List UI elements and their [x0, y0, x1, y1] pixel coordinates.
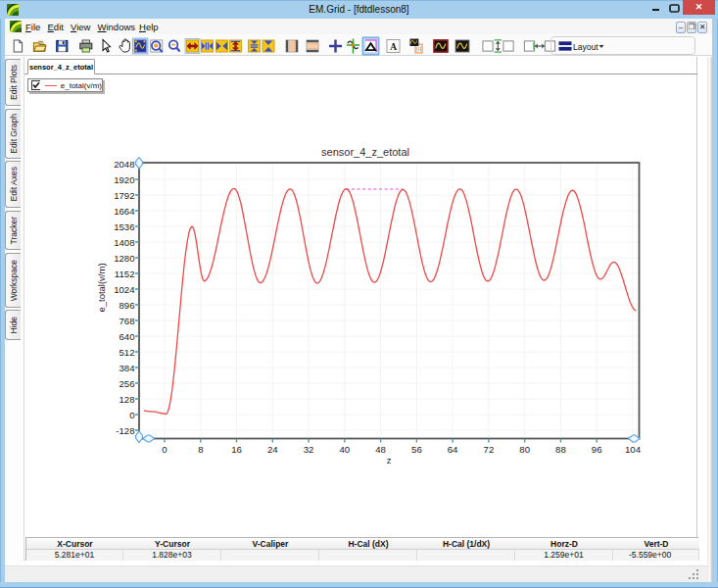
svg-text:768: 768	[119, 316, 134, 326]
svg-text:-128: -128	[116, 425, 134, 436]
svg-text:16: 16	[231, 444, 242, 455]
svg-text:0: 0	[129, 410, 134, 420]
svg-text:48: 48	[375, 444, 386, 455]
svg-text:2048: 2048	[114, 159, 134, 170]
svg-text:96: 96	[592, 444, 602, 455]
svg-text:8: 8	[198, 444, 203, 455]
svg-text:128: 128	[119, 394, 134, 405]
svg-text:1280: 1280	[114, 253, 134, 264]
svg-text:88: 88	[555, 444, 566, 455]
svg-text:sensor_4_z_etotal: sensor_4_z_etotal	[321, 146, 409, 158]
svg-text:1792: 1792	[114, 190, 134, 201]
svg-text:56: 56	[411, 444, 422, 455]
svg-text:Layout: Layout	[573, 42, 598, 52]
svg-text:512: 512	[119, 347, 134, 358]
svg-text:40: 40	[339, 444, 350, 455]
svg-text:1408: 1408	[114, 237, 134, 248]
svg-text:384: 384	[119, 363, 135, 373]
svg-text:72: 72	[484, 444, 495, 455]
svg-text:z: z	[387, 455, 392, 466]
svg-text:80: 80	[519, 444, 530, 455]
svg-text:0: 0	[162, 444, 167, 455]
svg-text:A: A	[390, 42, 397, 52]
svg-text:1152: 1152	[115, 269, 135, 279]
svg-text:e_total(v/m): e_total(v/m)	[96, 263, 107, 312]
svg-text:64: 64	[448, 444, 458, 455]
svg-text:1024: 1024	[114, 284, 135, 295]
svg-text:896: 896	[119, 300, 134, 311]
svg-text:1536: 1536	[114, 221, 134, 232]
svg-text:640: 640	[119, 331, 134, 342]
svg-text:32: 32	[304, 444, 314, 455]
svg-text:1920: 1920	[114, 174, 134, 185]
svg-text:24: 24	[267, 444, 278, 455]
svg-text:1664: 1664	[114, 206, 135, 217]
svg-text:104: 104	[625, 444, 642, 455]
svg-text:256: 256	[119, 378, 134, 389]
